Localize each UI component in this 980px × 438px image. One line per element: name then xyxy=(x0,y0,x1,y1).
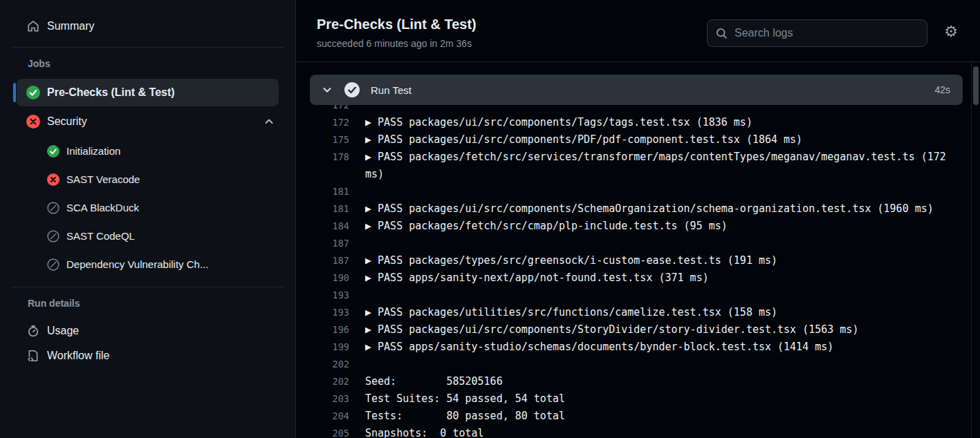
sidebar-item-label: Usage xyxy=(47,325,79,337)
sidebar: Summary Jobs Pre-Checks (Lint & Test) Se… xyxy=(0,0,296,438)
sidebar-divider xyxy=(11,47,284,48)
selected-accent-bar xyxy=(13,83,16,102)
log-scrollbar-track[interactable] xyxy=(971,62,980,438)
sidebar-step-sast-veracode[interactable]: SAST Veracode xyxy=(17,165,279,193)
chevron-up-icon[interactable] xyxy=(262,115,276,128)
log-line: 193 xyxy=(310,287,963,304)
log-line: 203 Test Suites: 54 passed, 54 total xyxy=(310,390,963,408)
log-line-number[interactable]: 172 xyxy=(310,114,349,131)
log-line-text: ▶ PASS apps/sanity-next/app/not-found.te… xyxy=(365,269,953,287)
log-scrollbar-thumb[interactable] xyxy=(973,66,979,105)
log-lines: 172 172 ▶ PASS packages/ui/src/component… xyxy=(310,97,963,438)
success-check-icon xyxy=(47,145,59,158)
page-title: Pre-Checks (Lint & Test) xyxy=(317,17,477,32)
log-line-text: ▶ PASS packages/ui/src/components/Tags/t… xyxy=(365,114,953,131)
search-logs-input[interactable] xyxy=(734,27,918,39)
log-line-number[interactable]: 181 xyxy=(310,200,349,218)
sidebar-item-label: Summary xyxy=(47,20,94,32)
log-line-number[interactable]: 184 xyxy=(310,218,349,235)
log-line: 187 ▶ PASS packages/types/src/greensock/… xyxy=(310,252,963,269)
sidebar-step-sast-codeql[interactable]: SAST CodeQL xyxy=(17,222,279,250)
log-line-number[interactable]: 202 xyxy=(310,356,349,373)
log-line-text: Seed: 585205166 xyxy=(365,373,953,390)
search-icon xyxy=(716,28,728,39)
log-line: 187 xyxy=(310,235,963,252)
log-line: 181 ▶ PASS packages/ui/src/components/Sc… xyxy=(310,200,963,218)
log-line-text: ▶ PASS packages/ui/src/components/Schema… xyxy=(365,200,953,218)
home-icon xyxy=(26,19,40,33)
log-line-number[interactable]: 181 xyxy=(310,183,349,200)
log-line-number[interactable]: 193 xyxy=(310,304,349,321)
sidebar-item-workflow-file[interactable]: Workflow file xyxy=(17,343,279,368)
log-panel: Run Test 42s 172 172 ▶ PASS packages/ui/… xyxy=(310,62,963,438)
step-label: Initialization xyxy=(66,145,120,157)
step-success-check-icon xyxy=(344,82,360,97)
log-line: 184 ▶ PASS packages/fetch/src/cmap/plp-i… xyxy=(310,218,963,235)
log-line: 181 xyxy=(310,183,963,200)
log-line: 178 ▶ PASS packages/fetch/src/services/t… xyxy=(310,149,963,183)
log-line: 190 ▶ PASS apps/sanity-next/app/not-foun… xyxy=(310,269,963,287)
log-line-number[interactable]: 205 xyxy=(310,425,349,438)
log-line-text: ▶ PASS packages/fetch/src/cmap/plp-inclu… xyxy=(365,218,953,235)
sidebar-step-dependency-vuln[interactable]: Dependency Vulnerability Ch... xyxy=(17,250,279,278)
sidebar-divider xyxy=(11,287,284,287)
log-line-number[interactable]: 196 xyxy=(310,321,349,339)
log-line-number[interactable]: 204 xyxy=(310,408,349,425)
step-header-run-test[interactable]: Run Test 42s xyxy=(310,75,963,105)
log-line-text: ▶ PASS apps/sanity-studio/schemas/docume… xyxy=(365,339,953,356)
log-line: 199 ▶ PASS apps/sanity-studio/schemas/do… xyxy=(310,339,963,356)
step-label: SAST CodeQL xyxy=(66,230,135,242)
search-logs-box[interactable] xyxy=(707,19,927,47)
sidebar-step-sca-blackduck[interactable]: SCA BlackDuck xyxy=(17,193,279,222)
skipped-icon xyxy=(47,202,59,214)
log-line-text: ▶ PASS packages/types/src/greensock/i-cu… xyxy=(365,252,953,269)
success-check-icon xyxy=(26,86,40,99)
sidebar-item-summary[interactable]: Summary xyxy=(17,14,279,39)
log-line: 204 Tests: 80 passed, 80 total xyxy=(310,408,963,425)
log-line: 202 xyxy=(310,356,963,373)
stopwatch-icon xyxy=(26,324,40,338)
log-line-number[interactable]: 187 xyxy=(310,252,349,269)
log-line: 202 Seed: 585205166 xyxy=(310,373,963,390)
step-name: Run Test xyxy=(371,84,412,96)
log-line-text: Test Suites: 54 passed, 54 total xyxy=(365,390,953,408)
jobs-section-label: Jobs xyxy=(28,58,295,69)
job-label: Pre-Checks (Lint & Test) xyxy=(47,86,175,99)
log-line: 175 ▶ PASS packages/ui/src/components/PD… xyxy=(310,131,963,149)
log-line-text: ▶ PASS packages/fetch/src/services/trans… xyxy=(365,149,953,183)
log-line: 205 Snapshots: 0 total xyxy=(310,425,963,438)
sidebar-item-label: Workflow file xyxy=(47,350,109,362)
log-line-number[interactable]: 175 xyxy=(310,131,349,149)
log-line-text: ▶ PASS packages/utilities/src/functions/… xyxy=(365,304,953,321)
log-line: 172 ▶ PASS packages/ui/src/components/Ta… xyxy=(310,114,963,131)
sidebar-item-usage[interactable]: Usage xyxy=(17,318,279,343)
code-file-icon xyxy=(26,349,40,363)
skipped-icon xyxy=(47,230,59,242)
log-line-number[interactable]: 193 xyxy=(310,287,349,304)
sidebar-job-pre-checks[interactable]: Pre-Checks (Lint & Test) xyxy=(17,79,279,106)
log-line-number[interactable]: 190 xyxy=(310,269,349,287)
run-details-section-label: Run details xyxy=(28,298,295,309)
failure-x-icon xyxy=(26,115,40,128)
step-label: Dependency Vulnerability Ch... xyxy=(66,258,208,270)
log-line-number[interactable]: 203 xyxy=(310,390,349,408)
step-duration: 42s xyxy=(934,84,950,95)
sidebar-step-initialization[interactable]: Initialization xyxy=(17,137,279,165)
log-line-text: Snapshots: 0 total xyxy=(365,425,953,438)
log-settings-gear-icon[interactable]: ⚙ xyxy=(941,22,961,41)
log-line-number[interactable]: 202 xyxy=(310,373,349,390)
failure-x-icon xyxy=(47,173,59,186)
job-label: Security xyxy=(47,115,87,128)
log-line-text: Tests: 80 passed, 80 total xyxy=(365,408,953,425)
log-line-number[interactable]: 187 xyxy=(310,235,349,252)
log-line: 196 ▶ PASS packages/ui/src/components/St… xyxy=(310,321,963,339)
sidebar-job-security[interactable]: Security xyxy=(17,108,279,135)
chevron-down-icon[interactable] xyxy=(322,85,332,95)
log-line-text: ▶ PASS packages/ui/src/components/PDF/pd… xyxy=(365,131,953,149)
skipped-icon xyxy=(47,258,59,271)
run-status-text: succeeded 6 minutes ago in 2m 36s xyxy=(317,38,472,49)
log-line-number[interactable]: 178 xyxy=(310,149,349,166)
log-line-number[interactable]: 199 xyxy=(310,339,349,356)
log-line: 193 ▶ PASS packages/utilities/src/functi… xyxy=(310,304,963,321)
step-label: SAST Veracode xyxy=(66,173,140,185)
